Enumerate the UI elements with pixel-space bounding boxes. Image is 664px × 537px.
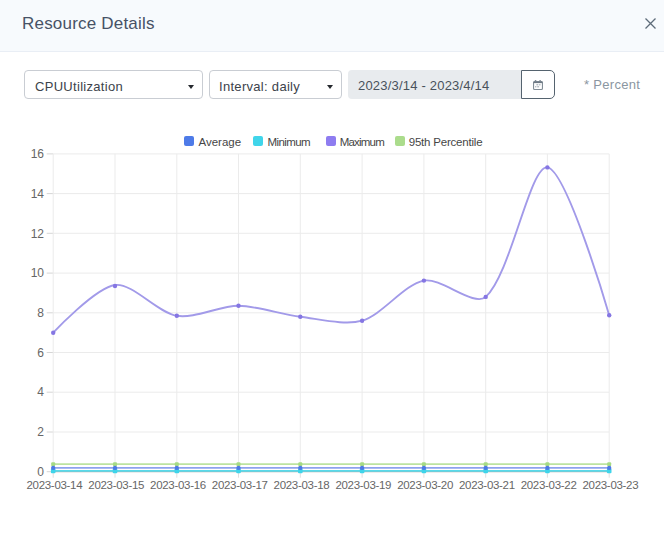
svg-text:8: 8 xyxy=(37,306,44,320)
svg-text:2023-03-17: 2023-03-17 xyxy=(212,479,268,491)
svg-text:2023-03-15: 2023-03-15 xyxy=(88,479,144,491)
svg-text:14: 14 xyxy=(31,187,45,201)
svg-text:4: 4 xyxy=(37,385,44,399)
svg-text:2023-03-14: 2023-03-14 xyxy=(26,479,83,491)
svg-text:2023-03-22: 2023-03-22 xyxy=(521,479,577,491)
svg-text:2023-03-21: 2023-03-21 xyxy=(459,479,515,491)
svg-text:16: 16 xyxy=(31,147,45,161)
svg-text:10: 10 xyxy=(31,266,45,280)
svg-text:2023-03-16: 2023-03-16 xyxy=(150,479,206,491)
svg-text:2023-03-23: 2023-03-23 xyxy=(582,479,638,491)
svg-text:12: 12 xyxy=(31,227,45,241)
svg-text:2023-03-18: 2023-03-18 xyxy=(274,479,330,491)
svg-text:0: 0 xyxy=(37,465,44,479)
svg-text:2: 2 xyxy=(37,425,44,439)
svg-text:2023-03-19: 2023-03-19 xyxy=(335,479,391,491)
svg-text:6: 6 xyxy=(37,346,44,360)
svg-text:2023-03-20: 2023-03-20 xyxy=(397,479,453,491)
